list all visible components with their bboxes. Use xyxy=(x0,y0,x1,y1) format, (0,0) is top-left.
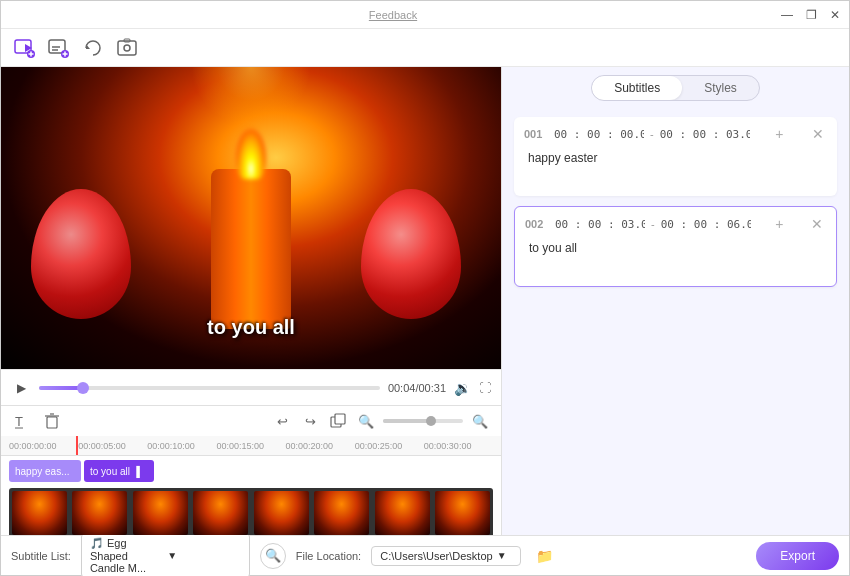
subtitle-start-2[interactable] xyxy=(555,218,645,231)
ruler-mark-4: 00:00:20:00 xyxy=(286,441,355,451)
subtitle-end-2[interactable] xyxy=(661,218,751,231)
zoom-out-button[interactable]: 🔍 xyxy=(355,410,377,432)
filmstrip-frame xyxy=(435,491,490,535)
export-button[interactable]: Export xyxy=(756,542,839,570)
svg-rect-21 xyxy=(335,414,345,424)
subtitle-add-2[interactable]: + xyxy=(770,215,788,233)
tabs-pill: Subtitles Styles xyxy=(591,75,760,101)
bottom-bar: Subtitle List: 🎵 Egg Shaped Candle M... … xyxy=(1,535,849,575)
time-display: 00:04/00:31 xyxy=(388,382,446,394)
video-area: to you all xyxy=(1,67,501,369)
close-button[interactable]: ✕ xyxy=(827,7,843,23)
subtitle-entry-2: 002 - + ✕ to you all xyxy=(514,206,837,287)
subtitle-track: happy eas... to you all ▐ xyxy=(9,460,493,484)
tab-styles[interactable]: Styles xyxy=(682,76,759,100)
text-tool-button[interactable]: T xyxy=(11,410,33,432)
clip-happy-easter[interactable]: happy eas... xyxy=(9,460,81,482)
subtitle-file-select[interactable]: 🎵 Egg Shaped Candle M... ▼ xyxy=(81,533,250,576)
zoom-slider[interactable] xyxy=(383,419,463,423)
app-window: Feedback — ❐ ✕ xyxy=(0,0,850,576)
svg-text:T: T xyxy=(15,414,23,429)
file-path-input[interactable]: C:\Users\User\Desktop ▼ xyxy=(371,546,521,566)
minimize-button[interactable]: — xyxy=(779,7,795,23)
zoom-in-button[interactable]: 🔍 xyxy=(469,410,491,432)
playhead xyxy=(76,436,78,455)
timeline-area: T ↩ ↪ 🔍 xyxy=(1,405,501,535)
add-subtitle-button[interactable] xyxy=(45,34,73,62)
subtitle-index-1: 001 xyxy=(524,128,548,140)
subtitle-text-2[interactable]: to you all xyxy=(525,239,826,275)
file-path-text: C:\Users\User\Desktop xyxy=(380,550,492,562)
ruler-mark-2: 00:00:10:00 xyxy=(147,441,216,451)
subtitle-text-1[interactable]: happy easter xyxy=(524,149,827,185)
svg-marker-11 xyxy=(86,44,90,49)
subtitle-entry-1: 001 - + ✕ happy easter xyxy=(514,117,837,196)
ruler-mark-5: 00:00:25:00 xyxy=(355,441,424,451)
timeline-ruler: 00:00:00:00 00:00:05:00 00:00:10:00 00:0… xyxy=(1,436,501,456)
ruler-mark-3: 00:00:15:00 xyxy=(216,441,285,451)
filmstrip-frame xyxy=(193,491,248,535)
timeline-tools-right: ↩ ↪ 🔍 🔍 xyxy=(271,410,491,432)
right-panel: Subtitles Styles 001 - + ✕ happy e xyxy=(501,67,849,535)
ruler-mark-0: 00:00:00:00 xyxy=(9,441,78,451)
main-content: to you all ▶ 00:04/00:31 🔉 ⛶ xyxy=(1,67,849,535)
file-location-label: File Location: xyxy=(296,550,361,562)
capture-button[interactable] xyxy=(113,34,141,62)
add-video-button[interactable] xyxy=(11,34,39,62)
main-toolbar xyxy=(1,29,849,67)
filmstrip-frame xyxy=(375,491,430,535)
tab-subtitles[interactable]: Subtitles xyxy=(592,76,682,100)
subtitle-index-2: 002 xyxy=(525,218,549,230)
subtitle-delete-1[interactable]: ✕ xyxy=(809,125,827,143)
clip-to-you-all[interactable]: to you all ▐ xyxy=(84,460,154,482)
ruler-mark-6: 00:00:30:00 xyxy=(424,441,493,451)
filmstrip-frame xyxy=(133,491,188,535)
svg-point-13 xyxy=(124,45,130,51)
fullscreen-icon[interactable]: ⛶ xyxy=(479,381,491,395)
filmstrip-frame xyxy=(314,491,369,535)
subtitle-header-1: 001 - + ✕ xyxy=(524,125,827,143)
subtitle-list-label: Subtitle List: xyxy=(11,550,71,562)
filmstrip-frame xyxy=(254,491,309,535)
ruler-mark-1: 00:00:05:00 xyxy=(78,441,147,451)
subtitle-end-1[interactable] xyxy=(660,128,750,141)
subtitle-add-1[interactable]: + xyxy=(770,125,788,143)
title-bar: Feedback — ❐ ✕ xyxy=(1,1,849,29)
folder-button[interactable]: 📁 xyxy=(531,543,557,569)
filmstrip-frame xyxy=(12,491,67,535)
left-panel: to you all ▶ 00:04/00:31 🔉 ⛶ xyxy=(1,67,501,535)
subtitle-file-name: 🎵 Egg Shaped Candle M... xyxy=(90,537,163,574)
volume-icon[interactable]: 🔉 xyxy=(454,380,471,396)
video-thumbnail: to you all xyxy=(1,67,501,369)
panel-tabs-wrapper: Subtitles Styles xyxy=(502,67,849,109)
progress-bar[interactable] xyxy=(39,386,380,390)
undo-button[interactable]: ↩ xyxy=(271,410,293,432)
svg-rect-17 xyxy=(47,417,57,428)
timeline-tools-left: T xyxy=(11,410,63,432)
copy-button[interactable] xyxy=(327,410,349,432)
filmstrip-frame xyxy=(72,491,127,535)
delete-tool-button[interactable] xyxy=(41,410,63,432)
rotate-button[interactable] xyxy=(79,34,107,62)
svg-rect-12 xyxy=(118,41,136,55)
subtitle-select-arrow: ▼ xyxy=(167,550,240,561)
playback-controls: ▶ 00:04/00:31 🔉 ⛶ xyxy=(1,369,501,405)
play-button[interactable]: ▶ xyxy=(11,378,31,398)
subtitles-list: 001 - + ✕ happy easter 002 - xyxy=(502,109,849,535)
window-controls: — ❐ ✕ xyxy=(779,7,843,23)
video-subtitle-overlay: to you all xyxy=(207,316,295,339)
timeline-toolbar: T ↩ ↪ 🔍 xyxy=(1,406,501,436)
progress-handle[interactable] xyxy=(77,382,89,394)
video-filmstrip xyxy=(9,488,493,535)
subtitle-delete-2[interactable]: ✕ xyxy=(808,215,826,233)
ruler-marks: 00:00:00:00 00:00:05:00 00:00:10:00 00:0… xyxy=(9,441,493,451)
redo-button[interactable]: ↪ xyxy=(299,410,321,432)
subtitle-start-1[interactable] xyxy=(554,128,644,141)
feedback-link[interactable]: Feedback xyxy=(369,9,417,21)
subtitle-search-button[interactable]: 🔍 xyxy=(260,543,286,569)
timeline-tracks: happy eas... to you all ▐ xyxy=(1,456,501,535)
restore-button[interactable]: ❐ xyxy=(803,7,819,23)
subtitle-header-2: 002 - + ✕ xyxy=(525,215,826,233)
